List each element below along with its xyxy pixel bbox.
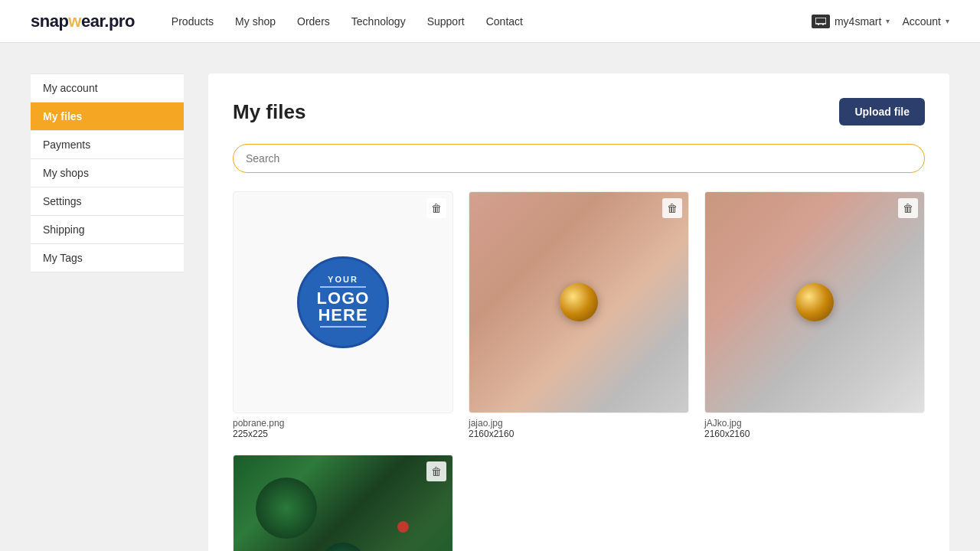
sidebar-item-my-account[interactable]: My account [31, 73, 184, 103]
file-image-inner-4 [234, 455, 452, 551]
file-card-4: 🗑 DSC06945_4312.jpg 1215x2160 [233, 455, 453, 551]
file-image-inner-2 [469, 192, 688, 412]
page-content: My files Upload file YOUR LOGO HERE [208, 73, 949, 551]
wreath-dot-1 [256, 478, 317, 539]
sidebar: My account My files Payments My shops Se… [31, 73, 184, 551]
ornament-1 [560, 283, 598, 321]
main-wrapper: My account My files Payments My shops Se… [0, 43, 980, 551]
sidebar-item-settings[interactable]: Settings [31, 187, 184, 216]
sidebar-item-my-tags[interactable]: My Tags [31, 244, 184, 272]
user-name: my4smart [835, 15, 881, 28]
file-grid: YOUR LOGO HERE 🗑 pobrane.png 225x225 [233, 191, 925, 551]
wreath-image [234, 455, 452, 551]
logo-text: snap [31, 11, 68, 31]
search-wrapper [233, 144, 925, 173]
file-thumbnail-3[interactable]: 🗑 [704, 191, 925, 413]
user-caret-icon: ▾ [886, 17, 890, 25]
sidebar-item-my-files[interactable]: My files [31, 103, 184, 131]
navbar: snapwear.pro Products My shop Orders Tec… [0, 0, 980, 43]
file-card-1: YOUR LOGO HERE 🗑 pobrane.png 225x225 [233, 191, 453, 439]
logo-here-text: HERE [318, 307, 368, 324]
user-menu[interactable]: my4smart ▾ [812, 15, 890, 28]
file-dims-1: 225x225 [233, 429, 453, 439]
file-name-3: jAJko.jpg [704, 418, 925, 429]
file-card-3: 🗑 jAJko.jpg 2160x2160 [704, 191, 925, 439]
monitor-icon [812, 15, 830, 28]
delete-file-3-button[interactable]: 🗑 [898, 198, 918, 218]
page-title: My files [233, 100, 305, 124]
file-card-2: 🗑 jajao.jpg 2160x2160 [469, 191, 689, 439]
file-image-inner-3 [705, 192, 924, 412]
file-thumbnail-2[interactable]: 🗑 [469, 191, 689, 413]
file-name-1: pobrane.png [233, 418, 453, 429]
navbar-right: my4smart ▾ Account ▾ [812, 15, 949, 28]
upload-file-button[interactable]: Upload file [839, 98, 925, 126]
nav-technology[interactable]: Technology [351, 15, 406, 28]
file-dims-3: 2160x2160 [704, 429, 925, 439]
sidebar-item-my-shops[interactable]: My shops [31, 159, 184, 187]
account-label: Account [902, 15, 941, 28]
file-dims-2: 2160x2160 [469, 429, 689, 439]
brand-logo[interactable]: snapwear.pro [31, 11, 135, 31]
account-menu[interactable]: Account ▾ [902, 15, 949, 28]
hand-image-1 [469, 192, 688, 412]
account-caret-icon: ▾ [946, 17, 949, 25]
nav-contact[interactable]: Contact [486, 15, 523, 28]
content-header: My files Upload file [233, 98, 925, 126]
logo-line-1 [320, 286, 366, 288]
file-thumbnail-4[interactable]: 🗑 [233, 455, 453, 551]
sidebar-item-shipping[interactable]: Shipping [31, 216, 184, 244]
file-image-inner-1: YOUR LOGO HERE [234, 192, 452, 412]
nav-orders[interactable]: Orders [297, 15, 330, 28]
file-name-2: jajao.jpg [469, 418, 689, 429]
nav-products[interactable]: Products [172, 15, 214, 28]
delete-file-4-button[interactable]: 🗑 [426, 461, 446, 481]
wreath-dot-3 [397, 521, 409, 533]
logo-placeholder: YOUR LOGO HERE [297, 256, 389, 348]
wreath-center [320, 543, 366, 551]
sidebar-item-payments[interactable]: Payments [31, 131, 184, 159]
ornament-2 [795, 283, 834, 321]
logo-line-2 [320, 326, 366, 328]
main-nav: Products My shop Orders Technology Suppo… [172, 15, 812, 28]
nav-myshop[interactable]: My shop [235, 15, 276, 28]
delete-file-2-button[interactable]: 🗑 [662, 198, 682, 218]
delete-file-1-button[interactable]: 🗑 [426, 198, 446, 218]
hand-image-2 [705, 192, 924, 412]
nav-support[interactable]: Support [427, 15, 465, 28]
logo-your: YOUR [328, 275, 358, 284]
logo-text-big: LOGO [317, 290, 370, 307]
search-input[interactable] [233, 144, 925, 173]
svg-rect-0 [815, 18, 826, 24]
file-thumbnail-1[interactable]: YOUR LOGO HERE 🗑 [233, 191, 453, 413]
